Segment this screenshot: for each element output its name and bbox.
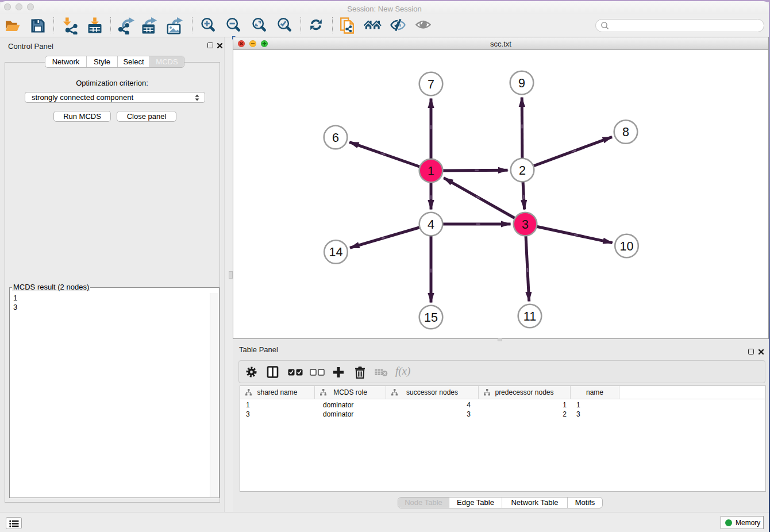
svg-text:9: 9	[518, 76, 525, 90]
svg-text:14: 14	[329, 245, 343, 259]
svg-text:4: 4	[428, 218, 434, 232]
svg-text:2: 2	[519, 164, 526, 178]
svg-text:3: 3	[522, 218, 529, 232]
svg-text:11: 11	[523, 310, 536, 323]
svg-text:6: 6	[332, 131, 339, 145]
svg-text:10: 10	[620, 240, 634, 253]
svg-text:15: 15	[424, 311, 438, 325]
svg-text:1: 1	[428, 164, 434, 178]
svg-text:8: 8	[622, 125, 629, 139]
svg-text:7: 7	[428, 78, 434, 91]
